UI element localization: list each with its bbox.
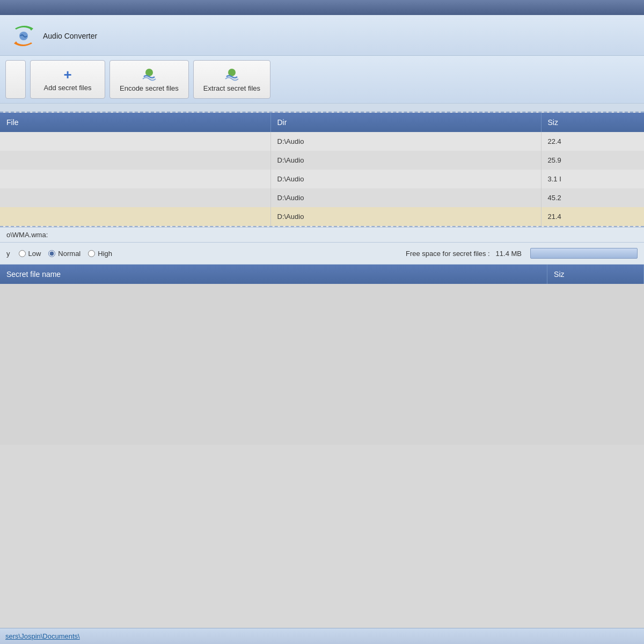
secret-table-body: [0, 284, 644, 445]
dir-cell: D:\Audio: [270, 132, 541, 151]
app-logo-icon: [11, 23, 36, 49]
size-cell: 3.1 I: [541, 170, 644, 188]
dir-cell: D:\Audio: [270, 188, 541, 207]
size-cell: 22.4: [541, 132, 644, 151]
col-header-file: File: [0, 113, 270, 132]
file-cell: [0, 132, 270, 151]
file-table-container: File Dir Siz D:\Audio22.4D:\Audio25.9D:\…: [0, 112, 644, 227]
file-table-row[interactable]: D:\Audio3.1 I: [0, 170, 644, 188]
radio-low[interactable]: [19, 250, 26, 257]
bottom-path-link[interactable]: sers\Jospin\Documents\: [5, 632, 80, 640]
file-table-row[interactable]: D:\Audio21.4: [0, 207, 644, 226]
add-icon: +: [63, 68, 71, 82]
encode-wave-icon: [140, 67, 159, 82]
app-title: Audio Converter: [43, 32, 97, 40]
col-header-size: Siz: [541, 113, 644, 132]
file-table-row[interactable]: D:\Audio45.2: [0, 188, 644, 207]
leftmost-button[interactable]: [5, 60, 26, 99]
radio-high-text: High: [98, 250, 112, 258]
file-table-row[interactable]: D:\Audio22.4: [0, 132, 644, 151]
radio-high[interactable]: [88, 250, 95, 257]
title-bar: [0, 0, 644, 15]
col-header-secret-name: Secret file name: [0, 265, 547, 284]
file-status-bar: o\WMA.wma:: [0, 227, 644, 243]
options-row: y Low Normal High Free space for secret …: [0, 243, 644, 265]
file-cell: [0, 151, 270, 170]
col-header-dir: Dir: [270, 113, 541, 132]
radio-normal-label[interactable]: Normal: [48, 250, 80, 258]
size-cell: 45.2: [541, 188, 644, 207]
app-header: Audio Converter: [0, 15, 644, 55]
file-cell: [0, 188, 270, 207]
encode-secret-files-button[interactable]: Encode secret files: [109, 60, 189, 99]
separator: [0, 103, 644, 112]
radio-high-label[interactable]: High: [88, 250, 112, 258]
bottom-status-bar: sers\Jospin\Documents\: [0, 628, 644, 644]
file-table-row[interactable]: D:\Audio25.9: [0, 151, 644, 170]
quality-prefix-label: y: [6, 250, 10, 258]
extract-secret-files-button[interactable]: Extract secret files: [193, 60, 270, 99]
dir-cell: D:\Audio: [270, 170, 541, 188]
col-header-secret-size: Siz: [547, 265, 644, 284]
current-file-path: o\WMA.wma:: [6, 231, 48, 239]
quality-radio-group: Low Normal High: [19, 250, 113, 258]
radio-normal-text: Normal: [58, 250, 80, 258]
extract-secret-files-label: Extract secret files: [203, 84, 260, 92]
size-cell: 25.9: [541, 151, 644, 170]
main-content: Audio Converter + Add secret files Encod…: [0, 15, 644, 644]
add-secret-files-label: Add secret files: [44, 84, 92, 92]
radio-low-label[interactable]: Low: [19, 250, 41, 258]
file-cell: [0, 207, 270, 226]
file-table: File Dir Siz D:\Audio22.4D:\Audio25.9D:\…: [0, 113, 644, 226]
secret-table-container: Secret file name Siz: [0, 265, 644, 644]
free-space-value: 11.4 MB: [496, 250, 522, 258]
free-space-bar: [530, 248, 638, 259]
secret-table: Secret file name Siz: [0, 265, 644, 284]
dir-cell: D:\Audio: [270, 151, 541, 170]
radio-normal[interactable]: [48, 250, 55, 257]
app-logo: [11, 23, 36, 49]
radio-low-text: Low: [28, 250, 41, 258]
toolbar: + Add secret files Encode secret files: [0, 55, 644, 103]
encode-secret-files-label: Encode secret files: [120, 84, 179, 92]
free-space-label: Free space for secret files : 11.4 MB: [406, 250, 522, 258]
dir-cell: D:\Audio: [270, 207, 541, 226]
extract-wave-icon: [222, 67, 241, 82]
file-cell: [0, 170, 270, 188]
add-secret-files-button[interactable]: + Add secret files: [30, 60, 105, 99]
size-cell: 21.4: [541, 207, 644, 226]
